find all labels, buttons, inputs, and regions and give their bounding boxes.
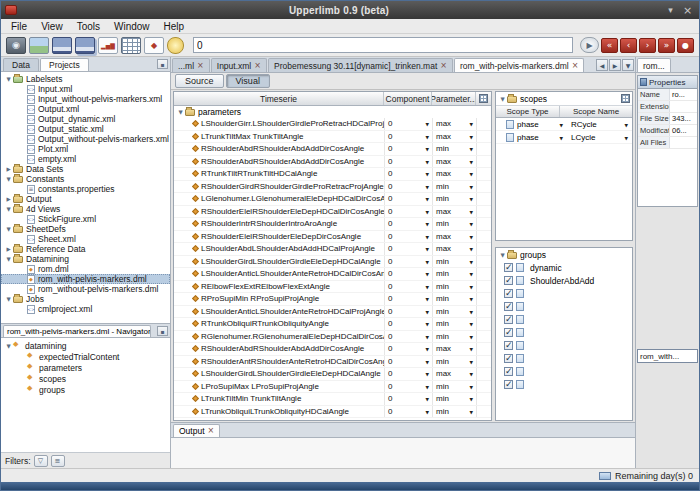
- parameter-dropdown[interactable]: max: [432, 168, 476, 180]
- group-row[interactable]: dynamic: [496, 261, 632, 274]
- menu-item[interactable]: Window: [107, 19, 157, 33]
- column-selector-icon[interactable]: [479, 94, 488, 103]
- expander-icon[interactable]: [4, 244, 13, 254]
- save-icon[interactable]: [52, 37, 72, 54]
- shade-window-icon[interactable]: [663, 4, 678, 17]
- menu-item[interactable]: Tools: [70, 19, 107, 33]
- parameter-row[interactable]: LShoulderGirdLShoulderGirdleEleDepHDCalA…: [174, 256, 491, 269]
- parameter-row[interactable]: LTrunkTiltMax TrunkTiltAngle 0 max: [174, 131, 491, 144]
- parameters-root-row[interactable]: parameters: [174, 106, 491, 118]
- parameter-row[interactable]: LTrunkObliquiLTrunkObliquityHDCalAngle 0…: [174, 406, 491, 419]
- close-tab-icon[interactable]: [254, 62, 261, 70]
- tree-item[interactable]: rom.dml: [1, 264, 170, 274]
- group-row[interactable]: [496, 339, 632, 352]
- parameter-row[interactable]: RShoulderGirdRShoulderGirdleProRetracPro…: [174, 181, 491, 194]
- expander-icon[interactable]: [498, 250, 507, 260]
- scroll-tabs-left-icon[interactable]: ◀: [596, 59, 608, 71]
- scopes-settings-icon[interactable]: [621, 94, 630, 103]
- scroll-tabs-right-icon[interactable]: ▶: [609, 59, 621, 71]
- frame-input[interactable]: [193, 37, 573, 53]
- titlebar[interactable]: Upperlimb 0.9 (beta): [1, 1, 699, 19]
- output-tab[interactable]: Output: [173, 424, 220, 437]
- tree-item[interactable]: Output_dynamic.xml: [1, 114, 170, 124]
- skip-end-icon[interactable]: [658, 38, 675, 53]
- parameter-dropdown[interactable]: min: [432, 181, 476, 193]
- tree-item[interactable]: constants.properties: [1, 184, 170, 194]
- component-dropdown[interactable]: 0: [384, 331, 432, 343]
- skip-start-icon[interactable]: [601, 38, 618, 53]
- component-dropdown[interactable]: 0: [384, 281, 432, 293]
- column-header-scope-name[interactable]: Scope Name: [560, 106, 632, 117]
- group-row[interactable]: [496, 365, 632, 378]
- expander-icon[interactable]: [4, 194, 13, 204]
- tree-item[interactable]: Input.xml: [1, 84, 170, 94]
- expander-icon[interactable]: [4, 174, 13, 184]
- close-output-icon[interactable]: [208, 427, 215, 435]
- group-checkbox[interactable]: [504, 302, 513, 311]
- property-row[interactable]: Name ro...: [638, 89, 697, 101]
- tree-item[interactable]: Input_without-pelvis-markers.xml: [1, 94, 170, 104]
- navigator-item[interactable]: scopes: [1, 373, 170, 384]
- filter-list-icon[interactable]: ≡: [51, 455, 65, 467]
- group-checkbox[interactable]: [504, 341, 513, 350]
- column-header-parameter[interactable]: Parameter...: [432, 92, 476, 105]
- minimize-panel-icon[interactable]: [157, 59, 168, 69]
- parameter-row[interactable]: RElbowFlexExtRElbowFlexExtAngle 0 min: [174, 281, 491, 294]
- expander-icon[interactable]: [4, 74, 13, 84]
- component-dropdown[interactable]: 0: [384, 381, 432, 393]
- expander-icon[interactable]: [176, 107, 185, 117]
- group-checkbox[interactable]: [504, 315, 513, 324]
- parameter-dropdown[interactable]: min: [432, 318, 476, 330]
- tree-item[interactable]: empty.xml: [1, 154, 170, 164]
- component-dropdown[interactable]: 0: [384, 118, 432, 130]
- parameter-dropdown[interactable]: min: [432, 393, 476, 405]
- menu-item[interactable]: Help: [157, 19, 192, 33]
- component-dropdown[interactable]: 0: [384, 156, 432, 168]
- tree-item[interactable]: SheetDefs: [1, 224, 170, 234]
- parameter-dropdown[interactable]: max: [432, 131, 476, 143]
- parameter-dropdown[interactable]: min: [432, 406, 476, 418]
- parameter-row[interactable]: RShoulderElelRShoulderEleDepDirCosAngle …: [174, 231, 491, 244]
- play-icon[interactable]: [580, 37, 599, 53]
- expander-icon[interactable]: [4, 341, 13, 351]
- parameter-dropdown[interactable]: max: [432, 206, 476, 218]
- parameter-row[interactable]: RGlenohumer.RGlenohumeralEleDepHDCalDirC…: [174, 331, 491, 344]
- step-forward-icon[interactable]: [639, 38, 656, 53]
- menu-item[interactable]: View: [34, 19, 70, 33]
- component-dropdown[interactable]: 0: [384, 343, 432, 355]
- navigator-item[interactable]: parameters: [1, 362, 170, 373]
- parameter-dropdown[interactable]: min: [432, 356, 476, 368]
- expander-icon[interactable]: [4, 164, 13, 174]
- component-dropdown[interactable]: 0: [384, 368, 432, 380]
- navigator-item[interactable]: datamining: [1, 340, 170, 351]
- group-checkbox[interactable]: [504, 367, 513, 376]
- group-row[interactable]: [496, 378, 632, 391]
- parameter-dropdown[interactable]: max: [432, 243, 476, 255]
- tree-item[interactable]: Jobs: [1, 294, 170, 304]
- tree-item[interactable]: cmlproject.xml: [1, 304, 170, 314]
- tree-item[interactable]: Constants: [1, 174, 170, 184]
- parameter-dropdown[interactable]: min: [432, 268, 476, 280]
- property-row[interactable]: Modificatio 06...: [638, 125, 697, 137]
- editor-tab[interactable]: ...ml: [172, 58, 210, 72]
- parameter-dropdown[interactable]: min: [432, 256, 476, 268]
- group-row[interactable]: [496, 287, 632, 300]
- group-row[interactable]: [496, 300, 632, 313]
- parameter-row[interactable]: LProSupiMax LProSupiProjAngle 0 min: [174, 381, 491, 394]
- bulb-icon[interactable]: [167, 37, 184, 54]
- navigator-item[interactable]: groups: [1, 384, 170, 395]
- tree-item[interactable]: Plot.xml: [1, 144, 170, 154]
- view-toggle-button[interactable]: Source: [175, 74, 224, 88]
- group-checkbox[interactable]: [504, 354, 513, 363]
- parameter-row[interactable]: RShoulderIntrRShoulderIntroAroAngle 0 mi…: [174, 218, 491, 231]
- component-dropdown[interactable]: 0: [384, 268, 432, 280]
- table-icon[interactable]: [121, 37, 141, 54]
- filter-funnel-icon[interactable]: ▽: [34, 455, 48, 467]
- component-dropdown[interactable]: 0: [384, 243, 432, 255]
- parameter-row[interactable]: RShoulderAntRShoulderAnteRetroHDCalDirCo…: [174, 356, 491, 369]
- parameter-row[interactable]: LShoulderAnticLShoulderAnteRetroHDCalDir…: [174, 268, 491, 281]
- component-dropdown[interactable]: 0: [384, 256, 432, 268]
- tree-item[interactable]: Output_without-pelvis-markers.xml: [1, 134, 170, 144]
- tree-item[interactable]: Datamining: [1, 254, 170, 264]
- parameter-row[interactable]: RShoulderAbdRShoulderAbdAddDirCosAngle 0…: [174, 156, 491, 169]
